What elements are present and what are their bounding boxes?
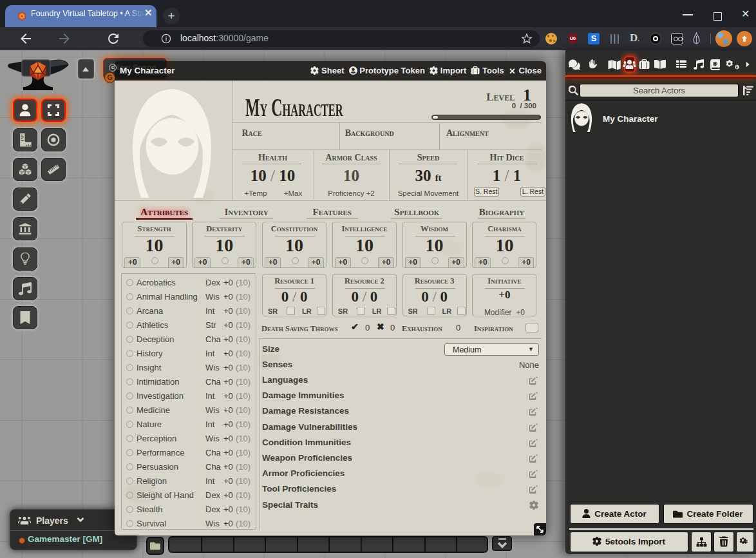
svg-text:U0: U0: [570, 36, 576, 41]
